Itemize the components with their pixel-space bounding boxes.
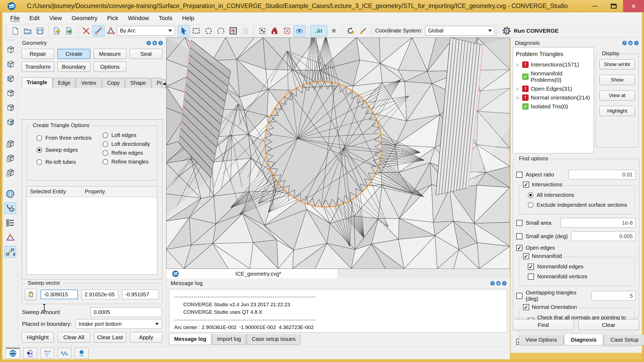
- info-button[interactable]: i: [4, 188, 16, 200]
- new-file-button[interactable]: [9, 25, 21, 36]
- list-lines-button[interactable]: ≡: [327, 25, 340, 36]
- menu-window[interactable]: Window: [124, 14, 153, 23]
- view-perspective-button[interactable]: [4, 167, 16, 178]
- view-cube-front-button[interactable]: [4, 44, 16, 56]
- small-angle-input[interactable]: 0.005: [571, 231, 636, 241]
- view-cube-right-button[interactable]: [4, 87, 16, 99]
- nonmanifold-vertices-checkbox[interactable]: [528, 274, 534, 280]
- user-globe-button[interactable]: [75, 348, 89, 359]
- apply-button[interactable]: Apply: [130, 332, 162, 343]
- refresh-button[interactable]: [344, 25, 357, 36]
- radio-exclude-independent[interactable]: Exclude independent surface sections: [528, 202, 632, 208]
- normal-orientation-checkbox[interactable]: ✓: [523, 304, 529, 310]
- circle-select-button[interactable]: [202, 25, 215, 36]
- small-area-checkbox[interactable]: [516, 220, 522, 226]
- diagnosis-button[interactable]: [4, 202, 16, 214]
- measure-button[interactable]: 2: [4, 246, 16, 258]
- dot-in-file-button[interactable]: .in: [310, 25, 327, 36]
- overlapping-input[interactable]: 5: [591, 291, 636, 301]
- aspect-ratio-input[interactable]: 0.01: [569, 170, 636, 179]
- sweep-vector-z-input[interactable]: -0.951057: [122, 290, 159, 299]
- red-region-button[interactable]: [281, 25, 293, 36]
- options-button[interactable]: Options: [94, 62, 126, 72]
- tree-item-isolated-tris[interactable]: ✓Isolated Tris(0): [516, 103, 591, 110]
- select-arrow-button[interactable]: [178, 25, 190, 36]
- view-cube-bottom-button[interactable]: [4, 116, 16, 128]
- normals-button[interactable]: [4, 231, 16, 243]
- radio-re-loft-tubes[interactable]: Re-loft tubes: [36, 159, 92, 165]
- radio-refine-triangles[interactable]: Refine triangles: [103, 159, 150, 165]
- tab-view-options[interactable]: View Options: [519, 335, 564, 345]
- nonmanifold-checkbox[interactable]: ✓: [523, 253, 529, 259]
- nonmanifold-edges-row[interactable]: ✓Nonmanifold edges: [528, 264, 632, 270]
- nonmanifold-edges-checkbox[interactable]: ✓: [528, 264, 534, 270]
- tab-edge[interactable]: Edge: [53, 78, 76, 88]
- menu-view[interactable]: View: [45, 14, 65, 23]
- tab-import-log[interactable]: Import log: [212, 334, 246, 345]
- view-cube-left-button[interactable]: [4, 73, 16, 84]
- paste-vector-button[interactable]: [25, 289, 37, 300]
- radio-from-three-vertices[interactable]: From three vertices: [36, 135, 92, 141]
- tab-project[interactable]: Proje: [152, 78, 162, 88]
- radio-all-intersections[interactable]: All intersections: [528, 192, 632, 198]
- radio-loft-edges[interactable]: Loft edges: [103, 132, 150, 138]
- panel-float-icon[interactable]: ◈: [496, 281, 501, 286]
- menu-edit[interactable]: Edit: [25, 14, 43, 23]
- panel-close-icon[interactable]: ×: [502, 281, 507, 286]
- paintbrush-button[interactable]: [357, 25, 369, 36]
- small-area-row[interactable]: Small area 1e-8: [516, 218, 636, 228]
- maximize-button[interactable]: [604, 0, 623, 12]
- aspect-ratio-row[interactable]: Aspect ratio 0.01: [516, 170, 636, 179]
- show-with-nbr-button[interactable]: Show w/nbr: [599, 59, 635, 69]
- panel-close-icon[interactable]: ×: [158, 41, 163, 45]
- lasso-select-button[interactable]: [215, 25, 227, 36]
- viewport-3d[interactable]: [166, 38, 510, 269]
- lock-button[interactable]: [239, 25, 252, 36]
- sweep-vector-y-input[interactable]: 2.91652e-05: [82, 290, 118, 299]
- minimize-button[interactable]: ─: [586, 0, 604, 12]
- defect-region-button[interactable]: [256, 25, 269, 36]
- tree-item-open-edges[interactable]: ▷!Open Edges(31): [516, 86, 591, 92]
- mode-dropdown[interactable]: By Arc: [117, 26, 175, 36]
- seal-button[interactable]: Seal: [130, 49, 162, 59]
- show-button[interactable]: Show: [599, 75, 635, 85]
- menu-geometry[interactable]: Geometry: [68, 14, 101, 23]
- panel-close-icon[interactable]: ×: [634, 41, 639, 45]
- viewport-file-tab[interactable]: ICE_geometry.cvg*: [166, 269, 338, 279]
- repair-button[interactable]: Repair: [21, 49, 54, 59]
- selected-entity-table[interactable]: Selected Entity Property: [27, 186, 157, 275]
- save-button[interactable]: [34, 25, 46, 36]
- boundary-button[interactable]: Boundary: [57, 62, 90, 72]
- triangle-tool-button[interactable]: [105, 25, 117, 36]
- chemistry-module-button[interactable]: [23, 348, 37, 359]
- message-log-body[interactable]: ----------------------------------------…: [169, 289, 507, 333]
- view-preset-1-button[interactable]: 1: [4, 138, 16, 149]
- menu-pick[interactable]: Pick: [103, 14, 122, 23]
- open-edges-checkbox[interactable]: ✓: [516, 245, 522, 251]
- import-button[interactable]: [63, 25, 75, 36]
- menu-tools[interactable]: Tools: [155, 14, 176, 23]
- panel-help-icon[interactable]: ?: [490, 281, 495, 286]
- clear-all-button[interactable]: Clear All: [58, 332, 90, 343]
- intersections-checkbox[interactable]: ✓: [523, 182, 529, 188]
- highlight-display-button[interactable]: Highlight: [599, 106, 635, 116]
- create-button[interactable]: Create: [57, 49, 90, 59]
- find-button[interactable]: Find: [513, 320, 574, 330]
- geometry-module-button[interactable]: [6, 348, 20, 359]
- radio-loft-directionally[interactable]: Loft directionally: [103, 141, 150, 147]
- coordinate-system-dropdown[interactable]: Global: [425, 26, 495, 36]
- highlight-button[interactable]: Highlight: [21, 332, 54, 343]
- list-manager-button[interactable]: [4, 217, 16, 229]
- open-edges-row[interactable]: ✓ Open edges: [516, 245, 636, 251]
- measure-category-button[interactable]: Measure: [94, 49, 126, 59]
- panel-float-icon[interactable]: ◈: [628, 41, 633, 45]
- open-folder-button[interactable]: [21, 25, 34, 36]
- tab-case-setup[interactable]: Case Setup: [604, 335, 644, 345]
- sweep-amount-input[interactable]: 0.0005: [91, 307, 162, 317]
- tab-scroll-left[interactable]: ◀: [162, 79, 166, 88]
- overlapping-checkbox[interactable]: [516, 293, 522, 299]
- sweep-vector-x-input[interactable]: -0.309015: [41, 290, 78, 299]
- nonmanifold-vertices-row[interactable]: Nonmanifold vertices: [528, 274, 632, 280]
- menu-file[interactable]: File: [6, 14, 23, 23]
- delete-vertex-button[interactable]: [80, 25, 92, 36]
